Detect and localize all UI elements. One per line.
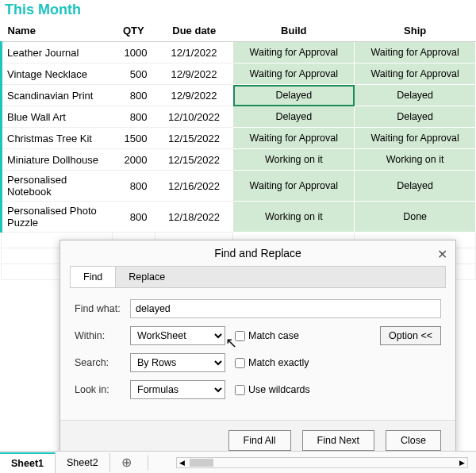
search-label: Search: [75, 357, 130, 368]
table-row: Vintage Necklace50012/9/2022Waiting for … [2, 63, 476, 85]
sheet-tab-2[interactable]: Sheet2 [56, 453, 110, 472]
cell-name[interactable]: Scandinavian Print [2, 85, 113, 106]
table-row: Christmas Tree Kit150012/15/2022Waiting … [2, 128, 476, 149]
lookin-label: Look in: [75, 384, 130, 395]
cell-qty[interactable]: 1000 [112, 42, 155, 63]
dialog-title: Find and Replace ✕ [60, 240, 455, 266]
cell-qty[interactable]: 800 [112, 85, 155, 106]
search-select[interactable]: By Rows [130, 353, 225, 372]
cell-ship[interactable]: Working on it [355, 149, 476, 171]
scroll-right-icon[interactable]: ▶ [456, 459, 467, 467]
cell-due[interactable]: 12/9/2022 [155, 85, 233, 106]
match-exactly-label: Match exactly [248, 357, 309, 368]
cell-name[interactable]: Leather Journal [2, 42, 113, 63]
cell-ship[interactable]: Delayed [355, 106, 476, 128]
tab-find[interactable]: Find [71, 267, 116, 287]
cell-due[interactable]: 12/15/2022 [155, 149, 233, 171]
close-button[interactable]: Close [386, 430, 441, 451]
cell-build[interactable]: Delayed [233, 106, 355, 128]
horizontal-scrollbar[interactable]: ◀ ▶ [176, 457, 468, 468]
cell-due[interactable]: 12/16/2022 [155, 171, 233, 202]
find-what-label: Find what: [75, 303, 130, 314]
add-sheet-icon[interactable]: ⊕ [110, 455, 143, 470]
cell-qty[interactable]: 800 [112, 202, 155, 233]
cell-ship[interactable]: Waiting for Approval [355, 63, 476, 85]
cell-qty[interactable]: 2000 [112, 149, 155, 171]
match-exactly-checkbox[interactable] [235, 358, 245, 368]
cell-qty[interactable]: 500 [112, 63, 155, 85]
cell-ship[interactable]: Delayed [355, 171, 476, 202]
find-all-button[interactable]: Find All [228, 430, 291, 451]
find-what-input[interactable] [130, 299, 441, 318]
sheet-bar: Sheet1 Sheet2 ⊕ ◀ ▶ [0, 451, 476, 473]
table-row: Blue Wall Art80012/10/2022DelayedDelayed [2, 106, 476, 128]
cell-due[interactable]: 12/18/2022 [155, 202, 233, 233]
cell-qty[interactable]: 800 [112, 106, 155, 128]
table-row: Miniature Dollhouse200012/15/2022Working… [2, 149, 476, 171]
cell-build[interactable]: Waiting for Approval [233, 128, 355, 149]
col-qty[interactable]: QTY [112, 20, 155, 42]
cell-build[interactable]: Delayed [233, 85, 355, 106]
cell-ship[interactable]: Waiting for Approval [355, 42, 476, 63]
scroll-left-icon[interactable]: ◀ [177, 459, 188, 467]
cell-due[interactable]: 12/9/2022 [155, 63, 233, 85]
col-name[interactable]: Name [2, 20, 113, 42]
cell-name[interactable]: Personalised Photo Puzzle [2, 202, 113, 233]
dialog-tabs: Find Replace [70, 266, 446, 288]
cell-qty[interactable]: 1500 [112, 128, 155, 149]
col-due[interactable]: Due date [155, 20, 233, 42]
page-title: This Month [0, 0, 476, 20]
cell-name[interactable]: Miniature Dollhouse [2, 149, 113, 171]
table-row: Personalised Photo Puzzle80012/18/2022Wo… [2, 202, 476, 233]
tab-replace[interactable]: Replace [116, 267, 178, 287]
table-row: Leather Journal100012/1/2022Waiting for … [2, 42, 476, 63]
option-button[interactable]: Option << [380, 326, 441, 345]
cell-name[interactable]: Blue Wall Art [2, 106, 113, 128]
cell-ship[interactable]: Done [355, 202, 476, 233]
col-build[interactable]: Build [233, 20, 355, 42]
cell-build[interactable]: Working on it [233, 149, 355, 171]
cell-qty[interactable]: 800 [112, 171, 155, 202]
cell-name[interactable]: Christmas Tree Kit [2, 128, 113, 149]
find-next-button[interactable]: Find Next [302, 430, 375, 451]
sheet-tab-1[interactable]: Sheet1 [0, 452, 56, 473]
cell-due[interactable]: 12/10/2022 [155, 106, 233, 128]
use-wildcards-checkbox[interactable] [235, 385, 245, 395]
table-row: Scandinavian Print80012/9/2022DelayedDel… [2, 85, 476, 106]
lookin-select[interactable]: Formulas [130, 380, 225, 399]
within-label: Within: [75, 330, 130, 341]
cell-name[interactable]: Vintage Necklace [2, 63, 113, 85]
use-wildcards-label: Use wildcards [248, 384, 310, 395]
cursor-icon: ↖ [225, 334, 237, 352]
col-ship[interactable]: Ship [355, 20, 476, 42]
close-icon[interactable]: ✕ [437, 247, 447, 262]
cell-name[interactable]: Personalised Notebook [2, 171, 113, 202]
cell-due[interactable]: 12/1/2022 [155, 42, 233, 63]
table-row: Personalised Notebook80012/16/2022Waitin… [2, 171, 476, 202]
cell-ship[interactable]: Delayed [355, 85, 476, 106]
cell-build[interactable]: Waiting for Approval [233, 42, 355, 63]
scroll-thumb[interactable] [190, 459, 213, 467]
find-replace-dialog: Find and Replace ✕ Find Replace Find wha… [60, 240, 456, 463]
cell-build[interactable]: Waiting for Approval [233, 63, 355, 85]
cell-build[interactable]: Waiting for Approval [233, 171, 355, 202]
cell-build[interactable]: Working on it [233, 202, 355, 233]
match-case-label: Match case [248, 330, 299, 341]
cell-due[interactable]: 12/15/2022 [155, 128, 233, 149]
within-select[interactable]: WorkSheet [130, 326, 225, 345]
cell-ship[interactable]: Waiting for Approval [355, 128, 476, 149]
